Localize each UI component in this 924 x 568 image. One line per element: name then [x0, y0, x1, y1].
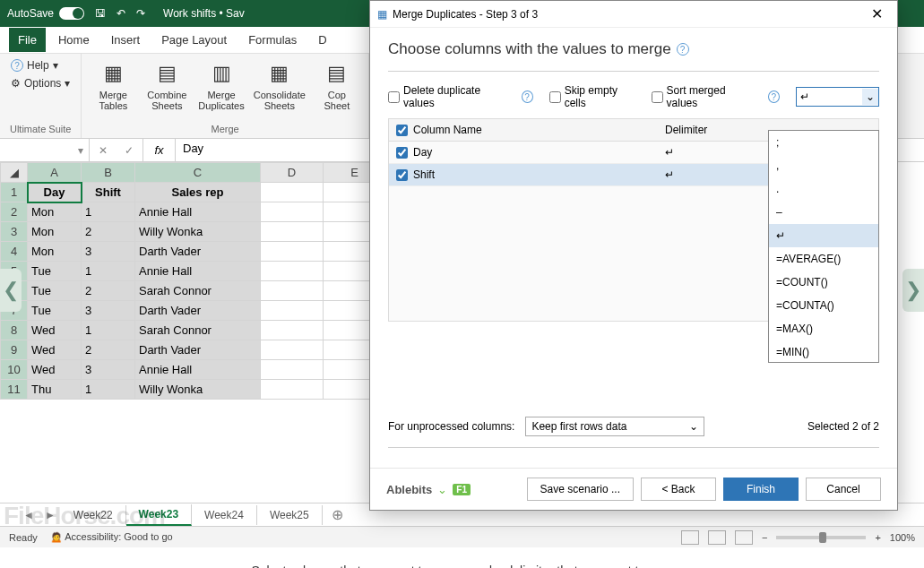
redo-icon[interactable]: ↷ — [136, 7, 145, 20]
f1-badge[interactable]: F1 — [453, 484, 471, 495]
dropdown-item[interactable]: , — [769, 154, 878, 177]
cell[interactable]: Annie Hall — [135, 262, 261, 281]
tab-d[interactable]: D — [309, 28, 335, 52]
chevron-down-icon[interactable]: ⌄ — [437, 483, 447, 496]
prev-slide-arrow[interactable]: ❮ — [0, 269, 22, 312]
dropdown-item[interactable]: =MAX() — [769, 317, 878, 340]
column-checkbox[interactable] — [396, 169, 408, 181]
cell[interactable]: Darth Vader — [135, 242, 261, 262]
help-icon[interactable]: ? — [522, 90, 533, 103]
sheet-tab[interactable]: Week22 — [61, 505, 126, 525]
delimiter-combo[interactable]: ↵⌄ — [796, 87, 879, 107]
row-header[interactable]: 4 — [1, 242, 28, 262]
add-sheet-icon[interactable]: ⊕ — [323, 506, 352, 523]
sheet-nav-next-icon[interactable]: ► — [39, 509, 61, 521]
cell[interactable]: Tue — [28, 262, 82, 281]
dropdown-item[interactable]: =MIN() — [769, 340, 878, 362]
cell[interactable]: Thu — [28, 380, 82, 400]
select-all-corner[interactable]: ◢ — [1, 163, 28, 183]
dropdown-item[interactable]: – — [769, 201, 878, 224]
cell[interactable]: Mon — [28, 242, 82, 262]
combine-sheets-button[interactable]: ▤Combine Sheets — [142, 57, 191, 113]
cell[interactable]: 2 — [82, 340, 135, 360]
cell[interactable] — [261, 301, 324, 321]
row-header[interactable]: 2 — [1, 202, 28, 222]
cell[interactable] — [261, 183, 324, 202]
help-icon[interactable]: ? — [677, 43, 689, 56]
cell[interactable] — [261, 281, 324, 301]
column-checkbox[interactable] — [396, 147, 408, 159]
tab-file[interactable]: File — [9, 28, 46, 52]
cell[interactable]: Wed — [28, 360, 82, 380]
normal-view-icon[interactable] — [681, 530, 699, 545]
tab-home[interactable]: Home — [49, 28, 99, 52]
cell[interactable]: 1 — [82, 380, 135, 400]
cell[interactable]: Day — [28, 183, 82, 202]
cell[interactable] — [261, 202, 324, 222]
options-button[interactable]: ⚙Options ▾ — [7, 75, 73, 91]
cancel-fx-icon[interactable]: ✕ — [99, 144, 108, 157]
cell[interactable]: Shift — [82, 183, 135, 202]
select-all-columns-checkbox[interactable] — [396, 125, 408, 136]
row-header[interactable]: 10 — [1, 360, 28, 380]
accessibility-status[interactable]: 🙍 Accessibility: Good to go — [50, 531, 173, 543]
tab-insert[interactable]: Insert — [102, 28, 150, 52]
cancel-button[interactable]: Cancel — [806, 478, 881, 501]
sheet-tab-active[interactable]: Week23 — [126, 504, 192, 526]
cell[interactable]: Annie Hall — [135, 360, 261, 380]
fx-icon[interactable]: fx — [143, 139, 176, 161]
cell[interactable] — [261, 340, 324, 360]
cell[interactable]: Tue — [28, 281, 82, 301]
help-button[interactable]: ?Help ▾ — [7, 57, 73, 73]
cell[interactable]: 1 — [82, 202, 135, 222]
dropdown-item[interactable]: . — [769, 177, 878, 201]
dropdown-item[interactable]: ↵ — [769, 224, 878, 247]
dropdown-item[interactable]: ; — [769, 131, 878, 154]
skip-empty-checkbox[interactable]: Skip empty cells — [549, 84, 635, 109]
autosave-toggle[interactable] — [59, 7, 84, 20]
cell[interactable]: 3 — [82, 301, 135, 321]
name-box[interactable]: ▾ — [0, 139, 90, 161]
row-header[interactable]: 3 — [1, 222, 28, 242]
cell[interactable]: Tue — [28, 301, 82, 321]
sort-merged-checkbox[interactable]: Sort merged values — [652, 84, 752, 109]
delimiter-dropdown[interactable]: ; , . – ↵ =AVERAGE() =COUNT() =COUNTA() … — [768, 130, 879, 363]
page-break-view-icon[interactable] — [735, 530, 753, 545]
cell[interactable] — [261, 380, 324, 400]
undo-icon[interactable]: ↶ — [117, 7, 125, 20]
dropdown-item[interactable]: =COUNTA() — [769, 294, 878, 317]
finish-button[interactable]: Finish — [723, 478, 799, 501]
tab-page-layout[interactable]: Page Layout — [152, 28, 236, 52]
dropdown-item[interactable]: =COUNT() — [769, 271, 878, 294]
copy-sheets-button[interactable]: ▤Cop Sheet — [313, 57, 361, 113]
help-icon[interactable]: ? — [768, 90, 780, 103]
sheet-tab[interactable]: Week25 — [257, 505, 323, 525]
cell[interactable]: Annie Hall — [135, 202, 261, 222]
consolidate-sheets-button[interactable]: ▦Consolidate Sheets — [252, 57, 307, 113]
merge-tables-button[interactable]: ▦Merge Tables — [89, 57, 137, 113]
row-header[interactable]: 9 — [1, 340, 28, 360]
next-slide-arrow[interactable]: ❯ — [902, 269, 924, 312]
cell[interactable]: 2 — [82, 222, 135, 242]
cell[interactable]: Willy Wonka — [135, 222, 261, 242]
zoom-in-icon[interactable]: + — [875, 532, 880, 543]
row-header[interactable]: 11 — [1, 380, 28, 400]
cell[interactable]: Darth Vader — [135, 301, 261, 321]
cell[interactable] — [261, 321, 324, 340]
back-button[interactable]: < Back — [641, 478, 716, 501]
cell[interactable]: Willy Wonka — [135, 380, 261, 400]
sheet-tab[interactable]: Week24 — [192, 505, 257, 525]
cell[interactable]: Sales rep — [135, 183, 261, 202]
cell[interactable]: 1 — [82, 262, 135, 281]
cell[interactable] — [261, 262, 324, 281]
unprocessed-select[interactable]: Keep first rows data⌄ — [525, 417, 704, 436]
save-scenario-button[interactable]: Save scenario ... — [527, 478, 634, 501]
delete-duplicates-checkbox[interactable]: Delete duplicate values — [388, 84, 505, 109]
cell[interactable]: Sarah Connor — [135, 281, 261, 301]
cell[interactable]: 3 — [82, 360, 135, 380]
accept-fx-icon[interactable]: ✓ — [125, 144, 134, 157]
cell[interactable]: Mon — [28, 222, 82, 242]
cell[interactable]: 3 — [82, 242, 135, 262]
zoom-out-icon[interactable]: − — [762, 532, 767, 543]
dropdown-item[interactable]: =AVERAGE() — [769, 247, 878, 271]
